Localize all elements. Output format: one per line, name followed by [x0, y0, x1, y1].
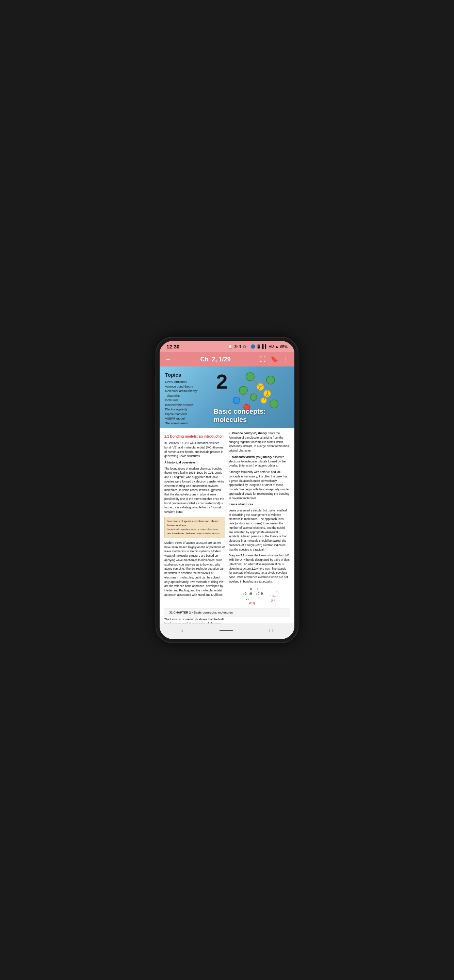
page-label: 32 CHAPTER 2 • Basic concepts: molecules [164, 608, 290, 617]
n2-text: The Lewis structure for N₂ shows that th… [164, 617, 225, 624]
highlight-box: In a covalent species, electrons are sha… [164, 517, 225, 538]
highlight-line2: In an ionic species, one or more electro… [167, 528, 220, 535]
diagram-22: H :O—H (2.2) [270, 589, 277, 603]
app-bar: ← Ch_2, 1/29 ⛶ 🔖 ⋮ [159, 352, 295, 366]
nav-square-button[interactable]: □ [263, 626, 280, 635]
notification-icons: 📋 Ⓑ ⬆ ◎ [228, 344, 246, 349]
nav-back-button[interactable]: ‹ [175, 626, 190, 635]
chapter-number: 2 [216, 370, 227, 393]
diagram-row-h2o: H H :O :H :O—H .. (2.1) H :O—H (2.2) [229, 587, 290, 605]
svg-line-18 [237, 401, 247, 407]
topic-item: Octet rule [165, 398, 209, 403]
vb-bullet: • Valence bond (VB) theory treats the fo… [229, 431, 290, 453]
content-area[interactable]: Topics Lewis structures Valence bond the… [159, 366, 295, 624]
menu-button[interactable]: ⋮ [283, 356, 289, 363]
svg-line-15 [253, 387, 260, 397]
right-column: • Valence bond (VB) theory treats the fo… [229, 431, 290, 608]
vb-theory-text: Valence bond (VB) theory treats the form… [229, 431, 289, 452]
diagram-22-label: (2.2) [270, 598, 277, 603]
lewis-text: Lewis presented a simple, but useful, me… [229, 508, 290, 552]
left-column: 2.1 Bonding models: an introduction In S… [164, 431, 225, 608]
topic-item: Isoelectronic species [165, 403, 209, 408]
phone-frame: 12:30 📋 Ⓑ ⬆ ◎ 🔵 📳 ▌▌ HD ▲ 65% ← Ch_2, 1/… [156, 337, 298, 643]
diagram-21-label: (2.1) [241, 601, 263, 605]
topic-item: Valence bond theory [165, 385, 209, 389]
modern-text: Modern views of atomic structure are, as… [164, 541, 225, 597]
topic-item: Lewis structures [165, 380, 209, 385]
bottom-right: (a) Fig. 2.2 Fig. 2.2 The structures of … [229, 617, 290, 624]
historical-text: The foundations of modern chemical bondi… [164, 466, 225, 514]
chapter-title: Basic concepts: molecules [213, 407, 294, 424]
topics-sidebar: Topics Lewis structures Valence bond the… [165, 372, 212, 426]
mo-theory-text: Molecular orbital (MO) theory allocates … [229, 455, 285, 468]
chapter-title-area: Basic concepts: molecules [213, 407, 294, 424]
topic-item: Molecular orbital theory: diatomics [165, 389, 209, 398]
topic-item: VSEPR model [165, 417, 209, 421]
status-time: 12:30 [166, 344, 179, 350]
two-column-layout: 2.1 Bonding models: an introduction In S… [164, 431, 290, 608]
bottom-two-column: The Lewis structure for N₂ shows that th… [164, 617, 290, 624]
battery-indicator: 65% [280, 345, 288, 349]
nav-bar: ‹ □ [159, 624, 295, 639]
diagram-text: Diagram 2.1 shows the Lewis structure fo… [229, 553, 290, 584]
topics-heading: Topics [165, 372, 209, 378]
signal-icons: 🔵 📳 ▌▌ HD ▲ [250, 344, 279, 349]
mo-bullet: • Molecular orbital (MO) theory allocate… [229, 455, 290, 468]
topic-item: Electronegativity [165, 407, 209, 412]
highlight-line1: In a covalent species, electrons are sha… [167, 520, 219, 527]
molecule-figure: (a) [229, 617, 290, 624]
status-bar: 12:30 📋 Ⓑ ⬆ ◎ 🔵 📳 ▌▌ HD ▲ 65% [159, 341, 295, 352]
historical-heading: A historical overview [164, 460, 225, 465]
back-button[interactable]: ← [165, 356, 171, 363]
section-21-heading: 2.1 Bonding models: an introduction [164, 434, 225, 439]
svg-line-10 [250, 377, 260, 387]
section-21-intro: In Sections 2.1–2.3 we summarize valence… [164, 441, 225, 458]
page-content: 2.1 Bonding models: an introduction In S… [159, 428, 295, 624]
app-bar-icons: ⛶ 🔖 ⋮ [260, 356, 289, 363]
status-icons: 📋 Ⓑ ⬆ ◎ 🔵 📳 ▌▌ HD ▲ 65% [228, 344, 288, 349]
topics-list: Lewis structures Valence bond theory Mol… [165, 380, 209, 426]
bottom-left: The Lewis structure for N₂ shows that th… [164, 617, 225, 624]
topic-item: Dipole moments [165, 412, 209, 417]
app-bar-title: Ch_2, 1/29 [171, 356, 260, 363]
vb-mo-combined-text: Although familiarity with both VB and MO… [229, 470, 290, 500]
chapter-header: Topics Lewis structures Valence bond the… [159, 366, 295, 428]
fullscreen-button[interactable]: ⛶ [260, 356, 266, 363]
topic-item: Stereoisomerism [165, 421, 209, 426]
phone-screen: 12:30 📋 Ⓑ ⬆ ◎ 🔵 📳 ▌▌ HD ▲ 65% ← Ch_2, 1/… [159, 341, 295, 639]
nav-home-indicator[interactable] [220, 630, 233, 631]
bookmark-button[interactable]: 🔖 [271, 356, 278, 363]
diagram-21: H H :O :H :O—H .. (2.1) [241, 587, 263, 605]
lewis-heading: Lewis structures [229, 502, 290, 507]
